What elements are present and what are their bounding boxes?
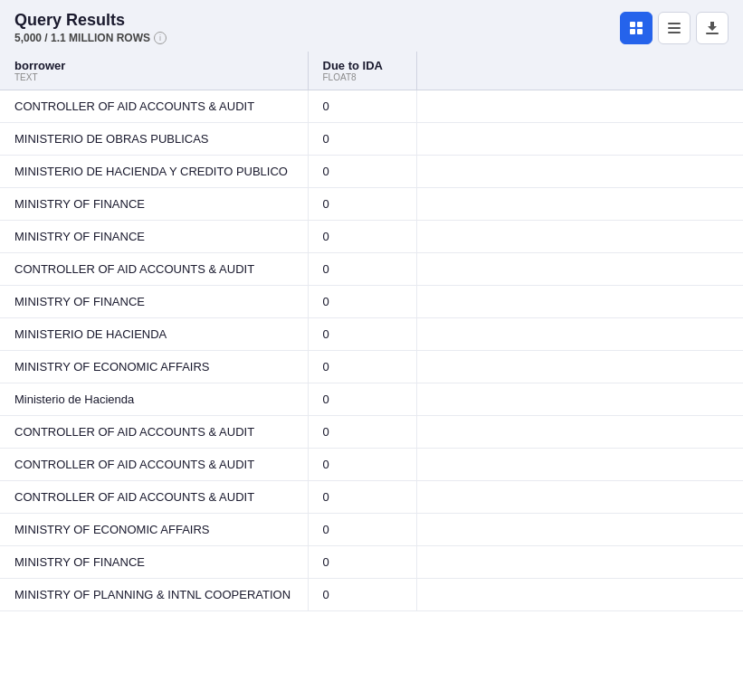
svg-rect-0 [630,22,635,27]
cell-due-to-ida: 0 [308,351,416,383]
table-header-row: borrower TEXT Due to IDA FLOAT8 [0,52,743,90]
table-row: CONTROLLER OF AID ACCOUNTS & AUDIT0 [0,90,743,123]
table-row: MINISTRY OF ECONOMIC AFFAIRS0 [0,514,743,546]
table-row: MINISTRY OF FINANCE0 [0,546,743,579]
row-count-text: 5,000 / 1.1 MILLION ROWS [14,32,150,44]
table-row: MINISTRY OF ECONOMIC AFFAIRS0 [0,351,743,383]
cell-extra [416,90,743,123]
list-icon [667,21,681,35]
cell-extra [416,383,743,416]
results-table: borrower TEXT Due to IDA FLOAT8 CONTROLL… [0,52,743,611]
cell-due-to-ida: 0 [308,188,416,221]
download-icon [705,21,719,35]
svg-rect-2 [630,29,635,34]
cell-borrower: MINISTRY OF ECONOMIC AFFAIRS [0,514,308,546]
cell-extra [416,221,743,253]
col-header-due-to-ida: Due to IDA FLOAT8 [308,52,416,90]
cell-extra [416,449,743,481]
row-count-area: 5,000 / 1.1 MILLION ROWS i [14,32,167,44]
table-row: Ministerio de Hacienda0 [0,383,743,416]
table-row: CONTROLLER OF AID ACCOUNTS & AUDIT0 [0,253,743,286]
cell-borrower: MINISTERIO DE HACIENDA [0,318,308,351]
table-body: CONTROLLER OF AID ACCOUNTS & AUDIT0MINIS… [0,90,743,611]
download-button[interactable] [696,12,729,44]
toolbar [620,12,729,44]
cell-due-to-ida: 0 [308,90,416,123]
table-row: MINISTRY OF FINANCE0 [0,286,743,318]
table-row: MINISTRY OF FINANCE0 [0,188,743,221]
info-icon[interactable]: i [154,32,167,44]
col-header-extra [416,52,743,90]
header: Query Results 5,000 / 1.1 MILLION ROWS i [0,0,743,52]
table-row: MINISTRY OF PLANNING & INTNL COOPERATION… [0,579,743,611]
col-header-borrower: borrower TEXT [0,52,308,90]
table-row: MINISTERIO DE HACIENDA Y CREDITO PUBLICO… [0,156,743,188]
cell-extra [416,253,743,286]
cell-borrower: MINISTRY OF PLANNING & INTNL COOPERATION [0,579,308,611]
header-left: Query Results 5,000 / 1.1 MILLION ROWS i [14,11,167,44]
cell-due-to-ida: 0 [308,449,416,481]
cell-due-to-ida: 0 [308,546,416,579]
cell-borrower: CONTROLLER OF AID ACCOUNTS & AUDIT [0,253,308,286]
grid-icon [629,21,643,35]
svg-rect-4 [668,23,681,24]
cell-extra [416,351,743,383]
cell-due-to-ida: 0 [308,514,416,546]
cell-borrower: MINISTERIO DE HACIENDA Y CREDITO PUBLICO [0,156,308,188]
table-row: MINISTRY OF FINANCE0 [0,221,743,253]
cell-borrower: CONTROLLER OF AID ACCOUNTS & AUDIT [0,449,308,481]
table-row: CONTROLLER OF AID ACCOUNTS & AUDIT0 [0,416,743,449]
cell-borrower: MINISTRY OF ECONOMIC AFFAIRS [0,351,308,383]
table-row: MINISTERIO DE HACIENDA0 [0,318,743,351]
cell-due-to-ida: 0 [308,156,416,188]
cell-extra [416,514,743,546]
cell-borrower: CONTROLLER OF AID ACCOUNTS & AUDIT [0,90,308,123]
cell-borrower: MINISTRY OF FINANCE [0,546,308,579]
cell-borrower: MINISTRY OF FINANCE [0,188,308,221]
svg-rect-7 [706,33,719,34]
svg-rect-3 [637,29,643,34]
cell-extra [416,579,743,611]
cell-extra [416,546,743,579]
cell-extra [416,416,743,449]
table-scroll[interactable]: borrower TEXT Due to IDA FLOAT8 CONTROLL… [0,52,743,700]
table-wrapper: borrower TEXT Due to IDA FLOAT8 CONTROLL… [0,52,743,700]
cell-due-to-ida: 0 [308,123,416,156]
table-row: CONTROLLER OF AID ACCOUNTS & AUDIT0 [0,449,743,481]
table-row: MINISTERIO DE OBRAS PUBLICAS0 [0,123,743,156]
cell-extra [416,481,743,514]
cell-due-to-ida: 0 [308,253,416,286]
cell-due-to-ida: 0 [308,286,416,318]
grid-view-button[interactable] [620,12,653,44]
cell-extra [416,286,743,318]
cell-borrower: MINISTRY OF FINANCE [0,221,308,253]
cell-due-to-ida: 0 [308,416,416,449]
cell-extra [416,318,743,351]
cell-borrower: Ministerio de Hacienda [0,383,308,416]
svg-rect-6 [668,32,681,33]
cell-due-to-ida: 0 [308,318,416,351]
cell-due-to-ida: 0 [308,383,416,416]
table-row: CONTROLLER OF AID ACCOUNTS & AUDIT0 [0,481,743,514]
cell-due-to-ida: 0 [308,221,416,253]
cell-due-to-ida: 0 [308,481,416,514]
page-title: Query Results [14,11,167,30]
cell-due-to-ida: 0 [308,579,416,611]
cell-borrower: MINISTRY OF FINANCE [0,286,308,318]
cell-extra [416,123,743,156]
cell-extra [416,188,743,221]
svg-rect-5 [668,27,681,29]
cell-borrower: CONTROLLER OF AID ACCOUNTS & AUDIT [0,416,308,449]
svg-rect-1 [637,22,643,27]
cell-borrower: CONTROLLER OF AID ACCOUNTS & AUDIT [0,481,308,514]
cell-extra [416,156,743,188]
cell-borrower: MINISTERIO DE OBRAS PUBLICAS [0,123,308,156]
list-view-button[interactable] [658,12,691,44]
app-container: Query Results 5,000 / 1.1 MILLION ROWS i [0,0,743,700]
